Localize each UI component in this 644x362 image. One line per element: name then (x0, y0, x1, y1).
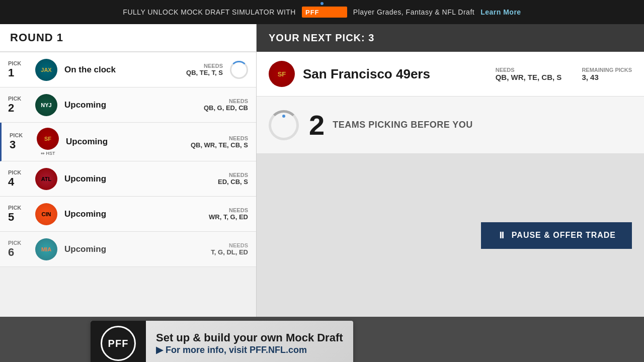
teams-count: 2 (309, 109, 325, 141)
pick-row: Pick 5 CIN Upcoming Needs WR, T, G, ED (0, 197, 256, 232)
pff-logo: PFF EDGE (302, 7, 347, 18)
action-row: ⏸ PAUSE & OFFER TRADE (257, 154, 644, 317)
needs-label: Needs (204, 98, 248, 104)
team-details: Needs QB, WR, TE, CB, S Remaining Picks … (496, 67, 632, 81)
left-panel: ROUND 1 Pick 1 JAX On the clock Needs QB… (0, 24, 257, 317)
pick-row: Pick 1 JAX On the clock Needs QB, TE, T,… (0, 52, 256, 87)
pick-label: Pick (8, 60, 28, 66)
main-content: ROUND 1 Pick 1 JAX On the clock Needs QB… (0, 24, 644, 317)
needs-block: Needs QB, WR, TE, CB, S (191, 135, 248, 149)
pick-label: Pick (8, 96, 28, 102)
pick-status: Upcoming (64, 100, 197, 110)
pick-label: Pick (8, 169, 28, 175)
needs-label: Needs (191, 135, 248, 141)
needs-label: Needs (186, 63, 223, 69)
clock-icon (230, 61, 248, 79)
needs-detail-value: QB, WR, TE, CB, S (496, 73, 562, 81)
picking-info: 2 TEAMS PICKING BEFORE YOU (257, 97, 644, 154)
needs-values: WR, T, G, ED (209, 213, 248, 221)
status-text: Upcoming (66, 137, 184, 147)
banner-subtitle: For more info, visit PFF.NFL.com (156, 344, 343, 355)
round-header: ROUND 1 (0, 24, 256, 52)
team-logo-falcons: ATL (35, 168, 57, 190)
pick-row: Pick 4 ATL Upcoming Needs ED, CB, S (0, 161, 256, 197)
team-name-large: San Francisco 49ers (303, 66, 488, 82)
status-text: Upcoming (64, 174, 211, 184)
learn-more-link[interactable]: Learn More (480, 8, 521, 16)
team-logo-large-49ers: SF (269, 61, 295, 87)
hst-badge: HST (41, 151, 55, 156)
needs-block: Needs QB, TE, T, S (186, 63, 223, 76)
status-text: On the clock (64, 65, 179, 75)
pick-row: Pick 2 NYJ Upcoming Needs QB, G, ED, CB (0, 87, 256, 123)
pause-offer-trade-label: PAUSE & OFFER TRADE (512, 231, 616, 240)
tagline-text: Player Grades, Fantasy & NFL Draft (353, 8, 474, 16)
teams-picking-text: 2 TEAMS PICKING BEFORE YOU (309, 109, 473, 141)
needs-values: QB, TE, T, S (186, 69, 223, 76)
pick-num: 1 (8, 66, 28, 79)
pick-row: Pick 3 SF HST Upcoming Needs QB, WR, TE,… (0, 123, 256, 161)
needs-values: ED, CB, S (218, 178, 248, 186)
needs-values: QB, WR, TE, CB, S (191, 141, 248, 149)
needs-detail-label: Needs (496, 67, 562, 73)
teams-picking-label: TEAMS PICKING BEFORE YOU (333, 120, 473, 130)
banner-title: Set up & build your own Mock Draft (156, 331, 343, 344)
pick-number-block: Pick 4 (8, 169, 28, 189)
status-text: Upcoming (64, 100, 197, 110)
needs-block: Needs ED, CB, S (218, 172, 248, 186)
pick-num: 2 (8, 102, 28, 115)
needs-detail: Needs QB, WR, TE, CB, S (496, 67, 562, 81)
pick-number-block: Pick 1 (8, 60, 28, 79)
remaining-picks-label: Remaining Picks (582, 67, 632, 73)
needs-values: T, G, DL, ED (211, 248, 248, 256)
needs-label: Needs (209, 207, 248, 213)
banner-logo: PFF (91, 321, 146, 362)
team-logo-jets: NYJ (35, 94, 57, 116)
team-info-row: SF San Francisco 49ers Needs QB, WR, TE,… (257, 52, 644, 97)
pick-label: Pick (8, 240, 28, 246)
remaining-picks-detail: Remaining Picks 3, 43 (582, 67, 632, 81)
pick-num: 5 (8, 211, 28, 224)
needs-block: Needs T, G, DL, ED (211, 242, 248, 256)
pick-label: Pick (10, 132, 30, 138)
needs-label: Needs (218, 172, 248, 178)
pick-num: 4 (8, 175, 28, 189)
next-pick-header: YOUR NEXT PICK: 3 (257, 24, 644, 52)
pick-status: Upcoming (64, 244, 204, 254)
unlock-text: FULLY UNLOCK MOCK DRAFT SIMULATOR WITH (123, 8, 296, 16)
bottom-banner: PFF Set up & build your own Mock Draft F… (91, 321, 353, 362)
pick-num: 6 (8, 246, 28, 259)
right-panel: YOUR NEXT PICK: 3 SF San Francisco 49ers… (257, 24, 644, 317)
pff-text: PFF (108, 338, 129, 349)
spinner-icon (269, 110, 299, 140)
remaining-picks-value: 3, 43 (582, 73, 632, 81)
next-pick-label: YOUR NEXT PICK: 3 (269, 32, 374, 43)
pause-icon: ⏸ (497, 230, 507, 241)
bottom-area: PFF Set up & build your own Mock Draft F… (0, 317, 644, 362)
team-logo-49ers: SF (37, 128, 59, 150)
pick-label: Pick (8, 205, 28, 211)
banner-content: Set up & build your own Mock Draft For m… (146, 325, 353, 361)
pick-status: Upcoming (64, 209, 202, 219)
team-logo-bengals: CIN (35, 203, 57, 225)
team-logo-dolphins: MIA (35, 238, 57, 260)
pick-number-block: Pick 5 (8, 205, 28, 224)
status-text: Upcoming (64, 209, 202, 219)
pick-number-block: Pick 6 (8, 240, 28, 259)
pick-status: On the clock (64, 65, 179, 75)
team-logo-jaguars: JAX (35, 59, 57, 81)
pick-status: Upcoming (66, 137, 184, 147)
needs-label: Needs (211, 242, 248, 248)
needs-block: Needs QB, G, ED, CB (204, 98, 248, 112)
pause-offer-trade-button[interactable]: ⏸ PAUSE & OFFER TRADE (481, 222, 632, 249)
pick-row: Pick 6 MIA Upcoming Needs T, G, DL, ED (0, 232, 256, 267)
pff-circle: PFF (101, 326, 136, 361)
pick-status: Upcoming (64, 174, 211, 184)
status-text: Upcoming (64, 244, 204, 254)
round-title: ROUND 1 (10, 31, 246, 44)
pick-number-block: Pick 2 (8, 96, 28, 115)
pick-number-block: Pick 3 (10, 132, 30, 151)
pick-num: 3 (10, 138, 30, 151)
needs-values: QB, G, ED, CB (204, 104, 248, 112)
needs-block: Needs WR, T, G, ED (209, 207, 248, 221)
